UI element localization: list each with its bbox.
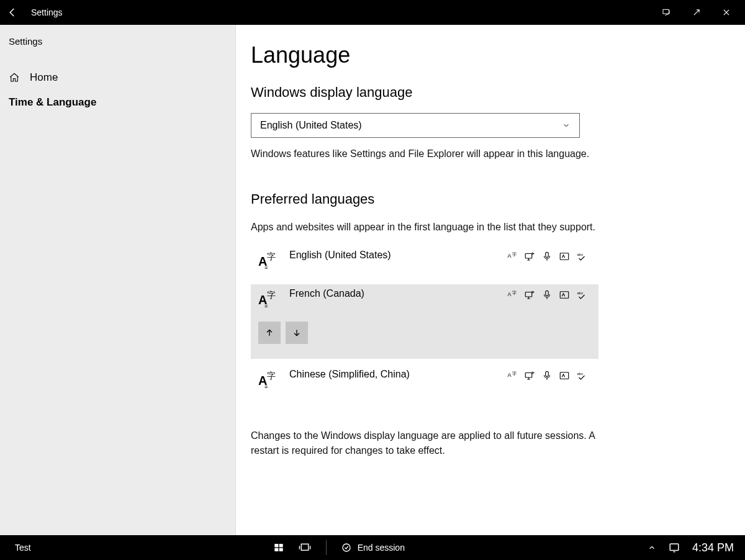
svg-rect-24 [525,373,532,378]
handwriting-feat-icon [559,251,570,262]
svg-point-33 [343,544,350,551]
svg-text:≡: ≡ [264,264,268,271]
end-session-icon[interactable]: End session [341,543,405,553]
language-glyph-icon: A字≡ [258,370,281,392]
svg-rect-34 [670,544,679,551]
move-down-button[interactable] [286,322,308,344]
display-lang-feat-icon: A字 [507,370,518,381]
svg-rect-7 [546,252,549,257]
svg-text:abc: abc [577,253,584,256]
speech-feat-icon [541,251,553,262]
svg-rect-0 [663,9,669,14]
display-language-description: Windows features like Settings and File … [251,147,598,161]
language-name: French (Canada) [289,288,364,299]
tts-feat-icon [524,370,535,381]
svg-rect-25 [546,371,549,376]
language-glyph-icon: A字≡ [258,251,281,273]
display-language-dropdown[interactable]: English (United States) [251,113,580,138]
chevron-down-icon [562,121,571,130]
footer-note: Changes to the Windows display language … [251,428,598,458]
nav-time-language[interactable]: Time & Language [0,90,235,115]
window-title: Settings [31,7,63,17]
preferred-languages-description: Apps and websites will appear in the fir… [251,220,598,235]
svg-text:A: A [508,253,512,259]
svg-rect-30 [274,548,278,551]
svg-rect-15 [525,292,532,297]
svg-text:A: A [508,291,512,297]
sidebar: Settings Home Time & Language [0,25,236,535]
back-button[interactable] [5,5,20,20]
svg-text:≡: ≡ [264,303,268,309]
end-session-label: End session [358,543,405,553]
language-list: A字≡ English (United States) A字 abc A字≡ F… [251,246,598,397]
speech-feat-icon [541,370,553,381]
svg-rect-16 [546,291,549,296]
svg-text:字: 字 [512,371,517,376]
move-up-button[interactable] [258,322,281,344]
preferred-languages-heading: Preferred languages [251,191,720,207]
svg-rect-28 [274,544,278,547]
tts-feat-icon [524,289,535,300]
svg-text:字: 字 [512,291,517,295]
display-language-heading: Windows display language [251,84,720,101]
language-name: Chinese (Simplified, China) [289,369,410,380]
display-lang-feat-icon: A字 [507,289,518,300]
svg-text:abc: abc [577,291,584,295]
svg-rect-6 [525,254,532,259]
sidebar-header: Settings [0,34,235,65]
taskbar: Test End session 4:34 PM [0,535,745,560]
display-language-value: English (United States) [260,120,362,131]
language-item[interactable]: A字≡ Chinese (Simplified, China) A字 abc [251,365,598,397]
spellcheck-feat-icon: abc [576,370,587,381]
language-glyph-icon: A字≡ [258,289,281,312]
nav-home-label: Home [30,71,58,84]
svg-text:字: 字 [512,252,517,256]
task-view-button[interactable] [299,543,311,553]
svg-rect-29 [279,544,282,547]
main-content: Language Windows display language Englis… [236,25,745,535]
nav-time-language-label: Time & Language [9,96,96,109]
svg-text:≡: ≡ [264,384,268,390]
tts-feat-icon [524,251,535,262]
handwriting-feat-icon [559,370,570,381]
page-title: Language [251,42,720,68]
spellcheck-feat-icon: abc [576,251,587,262]
language-features: A字 abc [507,251,587,262]
maximize-button[interactable] [690,6,703,19]
svg-rect-32 [301,544,308,550]
language-name: English (United States) [289,250,391,261]
home-icon [9,72,20,83]
taskbar-clock[interactable]: 4:34 PM [692,541,734,554]
handwriting-feat-icon [559,289,570,300]
close-button[interactable] [720,6,733,19]
notifications-icon[interactable] [669,542,680,553]
spellcheck-feat-icon: abc [576,289,587,300]
svg-rect-31 [279,548,282,551]
language-item[interactable]: A字≡ French (Canada) A字 abc [251,284,598,312]
nav-home[interactable]: Home [0,65,235,90]
tray-chevron-icon[interactable] [648,543,656,552]
titlebar: Settings [0,0,745,25]
svg-text:字: 字 [267,251,276,261]
start-button[interactable] [274,543,284,553]
taskbar-label: Test [0,543,31,553]
language-item[interactable]: A字≡ English (United States) A字 abc [251,246,598,278]
speech-feat-icon [541,289,553,300]
svg-text:abc: abc [577,372,584,376]
svg-text:A: A [508,372,512,378]
svg-text:字: 字 [267,290,276,300]
display-lang-feat-icon: A字 [507,251,518,262]
remote-icon[interactable] [661,6,673,19]
language-features: A字 abc [507,289,587,300]
svg-text:字: 字 [267,371,276,381]
language-features: A字 abc [507,370,587,381]
